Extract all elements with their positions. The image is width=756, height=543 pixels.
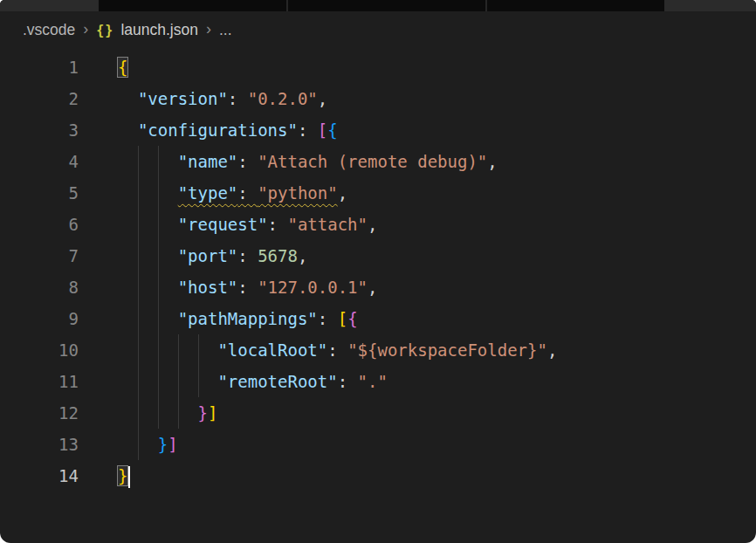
code-token: "python"	[258, 183, 338, 203]
code-line-row: 14}	[0, 460, 756, 491]
indent-guide	[158, 272, 159, 303]
code-token: {	[327, 120, 337, 140]
line-number[interactable]: 10	[0, 334, 87, 366]
line-number[interactable]: 6	[0, 209, 87, 240]
indent-guide	[158, 397, 159, 429]
line-number[interactable]: 14	[0, 460, 87, 491]
code-line[interactable]: "pathMappings": [{	[87, 303, 756, 334]
code-line-row: 2 "version": "0.2.0",	[0, 83, 756, 114]
vscode-editor-window: .vscode › {} launch.json › ... 1{2 "vers…	[0, 0, 756, 543]
code-line[interactable]: "localRoot": "${workspaceFolder}",	[87, 334, 756, 366]
code-token: "host"	[178, 278, 238, 297]
code-token: :	[327, 340, 347, 360]
code-token: "remoteRoot"	[217, 372, 337, 391]
code-line[interactable]: }]	[87, 429, 756, 460]
code-line[interactable]: }]	[87, 397, 756, 429]
code-token: ,	[368, 278, 377, 297]
line-number[interactable]: 4	[0, 146, 87, 177]
code-token: :	[237, 246, 258, 265]
code-line[interactable]: {	[87, 52, 756, 83]
text-cursor	[128, 466, 130, 488]
code-line[interactable]: "name": "Attach (remote debug)",	[87, 146, 756, 177]
line-number[interactable]: 1	[0, 52, 87, 83]
breadcrumb-file-label: launch.json	[120, 21, 198, 39]
tab-strip-tab-1[interactable]	[99, 0, 286, 11]
code-line[interactable]: "remoteRoot": "."	[87, 366, 756, 397]
code-token: ,	[298, 246, 307, 265]
code-token: [	[338, 309, 347, 328]
indent-guide	[198, 366, 199, 397]
code-line[interactable]: "type": "python",	[87, 177, 756, 209]
code-token: ]	[168, 435, 177, 454]
code-lines: 1{2 "version": "0.2.0",3 "configurations…	[0, 52, 756, 491]
code-line[interactable]: "configurations": [{	[87, 114, 756, 146]
code-line-row: 11 "remoteRoot": "."	[0, 366, 756, 397]
line-number[interactable]: 11	[0, 366, 87, 397]
indent-guide	[138, 209, 139, 240]
code-token: }	[158, 435, 168, 454]
code-line[interactable]: "version": "0.2.0",	[87, 83, 756, 114]
code-token: "attach"	[287, 215, 368, 234]
code-line[interactable]: "port": 5678,	[87, 240, 756, 272]
tab-bar-left-area	[0, 0, 99, 11]
code-token: "${workspaceFolder}"	[347, 340, 547, 360]
code-token: :	[237, 152, 258, 171]
code-line-row: 4 "name": "Attach (remote debug)",	[0, 146, 756, 177]
code-token: }	[198, 403, 208, 423]
chevron-right-icon: ›	[206, 20, 211, 38]
indent-guide	[158, 334, 159, 366]
indent-guide	[158, 303, 159, 334]
code-line-row: 1{	[0, 52, 756, 83]
editor-empty-area[interactable]	[0, 491, 756, 543]
line-number[interactable]: 8	[0, 272, 87, 303]
code-token: "127.0.0.1"	[258, 278, 368, 297]
code-token: "."	[358, 372, 388, 391]
code-line-row: 7 "port": 5678,	[0, 240, 756, 272]
line-number[interactable]: 12	[0, 397, 87, 429]
code-token: ,	[338, 183, 347, 203]
code-token: :	[237, 183, 258, 203]
code-token: "configurations"	[138, 120, 298, 140]
code-line[interactable]: "request": "attach",	[87, 209, 756, 240]
line-number[interactable]: 5	[0, 177, 87, 209]
line-number[interactable]: 3	[0, 114, 87, 146]
code-token: :	[338, 372, 358, 391]
line-number[interactable]: 7	[0, 240, 87, 272]
code-token: :	[228, 89, 248, 108]
code-token: "request"	[178, 215, 268, 234]
code-token: ,	[547, 340, 557, 360]
chevron-right-icon: ›	[83, 20, 88, 38]
code-line[interactable]: }	[87, 460, 756, 491]
code-token: "0.2.0"	[248, 89, 318, 108]
code-line-row: 6 "request": "attach",	[0, 209, 756, 240]
indent-guide	[138, 429, 139, 460]
breadcrumb-file[interactable]: {} launch.json	[96, 21, 198, 39]
tab-strip-tab-3[interactable]	[487, 0, 664, 11]
code-token: ,	[368, 215, 377, 234]
indent-guide	[198, 334, 199, 366]
code-line-row: 10 "localRoot": "${workspaceFolder}",	[0, 334, 756, 366]
code-token: ,	[487, 152, 497, 171]
code-line[interactable]: "host": "127.0.0.1",	[87, 272, 756, 303]
line-number[interactable]: 13	[0, 429, 87, 460]
indent-guide	[138, 366, 139, 397]
code-token: 5678	[258, 246, 298, 265]
code-line-row: 8 "host": "127.0.0.1",	[0, 272, 756, 303]
indent-guide	[138, 334, 139, 366]
indent-guide	[138, 177, 139, 209]
indent-guide	[138, 272, 139, 303]
line-number[interactable]: 2	[0, 83, 87, 114]
breadcrumb-folder[interactable]: .vscode	[23, 21, 75, 39]
code-line-row: 9 "pathMappings": [{	[0, 303, 756, 334]
code-token: "localRoot"	[217, 340, 327, 360]
code-token: "port"	[178, 246, 238, 265]
code-token: ,	[318, 89, 327, 108]
line-number[interactable]: 9	[0, 303, 87, 334]
indent-guide	[178, 366, 179, 397]
code-token: "pathMappings"	[178, 309, 318, 328]
tab-strip-tab-2[interactable]	[288, 0, 485, 11]
code-token: "version"	[138, 89, 228, 108]
code-token: [	[318, 120, 327, 140]
code-line-row: 13 }]	[0, 429, 756, 460]
breadcrumb-symbol-ellipsis[interactable]: ...	[219, 21, 232, 39]
